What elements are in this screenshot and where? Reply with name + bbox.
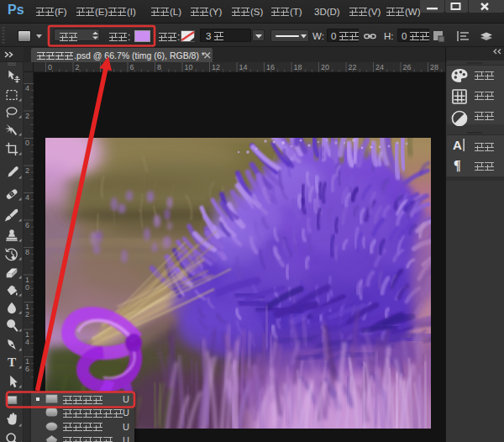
- svg-text:2: 2: [25, 166, 29, 175]
- svg-text:22: 22: [349, 63, 357, 71]
- svg-text:4: 4: [25, 193, 29, 202]
- svg-text:2: 2: [76, 63, 80, 71]
- svg-text:14: 14: [239, 63, 248, 71]
- svg-text:16: 16: [266, 63, 275, 71]
- svg-text:4: 4: [25, 338, 29, 346]
- svg-text:2: 2: [25, 310, 29, 318]
- svg-text:6: 6: [25, 221, 29, 229]
- svg-text:8: 8: [25, 248, 29, 256]
- svg-text:18: 18: [294, 63, 302, 71]
- svg-text:6: 6: [130, 63, 134, 71]
- svg-text:¶: ¶: [454, 158, 461, 172]
- svg-text:20: 20: [321, 63, 329, 71]
- svg-text:A: A: [453, 138, 462, 152]
- svg-text:0: 0: [48, 63, 52, 71]
- svg-text:0: 0: [25, 283, 29, 292]
- svg-text:26: 26: [403, 63, 412, 71]
- svg-text:24: 24: [375, 63, 384, 71]
- svg-text:28: 28: [430, 63, 438, 71]
- svg-text:6: 6: [25, 365, 29, 373]
- svg-text:4: 4: [102, 63, 107, 71]
- svg-text:10: 10: [185, 63, 193, 71]
- svg-text:12: 12: [212, 63, 220, 71]
- svg-text:0: 0: [25, 139, 29, 147]
- svg-text:2: 2: [25, 112, 29, 120]
- svg-text:8: 8: [157, 63, 161, 71]
- svg-text:4: 4: [25, 84, 29, 92]
- svg-text:T: T: [8, 355, 16, 369]
